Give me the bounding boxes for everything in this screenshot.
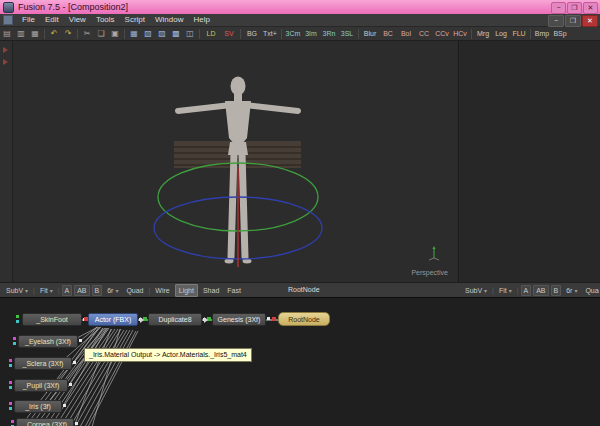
buffer-ab-button-right[interactable]: AB (533, 285, 548, 296)
node-duplicate8[interactable]: Duplicate8 (148, 313, 202, 326)
composition-restore-button[interactable]: ❐ (565, 15, 581, 27)
tool-log-button[interactable]: Log (492, 27, 510, 40)
menu-help[interactable]: Help (188, 14, 214, 26)
quad-button[interactable]: Quad (123, 285, 146, 296)
node-skinfoot[interactable]: _SkinFoot (22, 313, 82, 326)
node-connector-dot[interactable] (9, 381, 12, 384)
scale-dropdown-right[interactable]: 6r ▾ (563, 285, 580, 297)
quad-button-right[interactable]: Quad (582, 285, 599, 296)
view-node-label: RootNode (288, 286, 320, 293)
tool-renderer3d-button[interactable]: 3Rn (320, 27, 338, 40)
tool-colorcurves-button[interactable]: CCv (433, 27, 451, 40)
node-connector-dot[interactable] (9, 386, 12, 389)
viewport-right[interactable] (460, 41, 600, 282)
node-eyelash[interactable]: _Eyelash (3Xf) (18, 335, 78, 348)
layout-2-icon[interactable]: ▧ (141, 27, 155, 40)
window-restore-button[interactable]: ❐ (567, 2, 582, 14)
layout-3-icon[interactable]: ▨ (155, 27, 169, 40)
paste-icon[interactable]: ▣ (108, 27, 122, 40)
copy-icon[interactable]: ❏ (94, 27, 108, 40)
rail-arrow-icon[interactable] (3, 47, 8, 53)
window-minimize-button[interactable]: − (551, 2, 566, 14)
window-close-button[interactable]: ✕ (583, 2, 598, 14)
toolbar-separator (44, 29, 45, 39)
node-cornea[interactable]: _Cornea (3Xf) (16, 418, 74, 426)
node-connector-dot[interactable] (9, 402, 12, 405)
fit-dropdown-right[interactable]: Fit ▾ (496, 285, 515, 297)
fit-dropdown[interactable]: Fit ▾ (37, 285, 56, 297)
undo-icon[interactable]: ↶ (47, 27, 61, 40)
node-connector-dot[interactable] (16, 315, 19, 318)
tool-spotlight3d-button[interactable]: 3SL (338, 27, 356, 40)
buffer-b-button[interactable]: B (92, 285, 103, 296)
save-comp-icon[interactable]: ▦ (28, 27, 42, 40)
node-connector-dot[interactable] (63, 404, 66, 407)
node-connector-dot[interactable] (272, 317, 276, 321)
node-connector-dot[interactable] (9, 364, 12, 367)
node-sclera[interactable]: _Sclera (3Xf) (14, 357, 72, 370)
subv-dropdown[interactable]: SubV ▾ (3, 285, 31, 297)
node-connector-dot[interactable] (16, 320, 19, 323)
node-connector-dot[interactable] (75, 422, 78, 425)
node-connector-dot[interactable] (13, 342, 16, 345)
composition-close-button[interactable]: ✕ (582, 15, 598, 27)
tool-camera3d-button[interactable]: 3Cm (284, 27, 302, 40)
composition-minimize-button[interactable]: − (548, 15, 564, 27)
viewport-perspective-label[interactable]: Perspective (411, 269, 448, 276)
node-connector-dot[interactable] (69, 383, 72, 386)
buffer-a-button[interactable]: A (62, 285, 73, 296)
layout-1-icon[interactable]: ▦ (127, 27, 141, 40)
menu-tools[interactable]: Tools (91, 14, 120, 26)
tool-colorcorrector-button[interactable]: CC (415, 27, 433, 40)
menu-edit[interactable]: Edit (40, 14, 64, 26)
viewport-3d[interactable]: Perspective (14, 41, 459, 282)
node-actor[interactable]: Actor (FBX) (88, 313, 138, 326)
node-connector-dot[interactable] (267, 317, 270, 320)
rail-arrow-icon[interactable] (3, 59, 8, 65)
buffer-ab-button[interactable]: AB (74, 285, 89, 296)
node-connector-dot[interactable] (9, 407, 12, 410)
scale-dropdown[interactable]: 6r ▾ (104, 285, 121, 297)
tool-loader-button[interactable]: LD (202, 27, 220, 40)
buffer-a-button-right[interactable]: A (521, 285, 532, 296)
node-iris[interactable]: _Iris (3f) (14, 400, 62, 413)
tool-bumpmap-button[interactable]: Bmp (533, 27, 551, 40)
tool-brightcontrast-button[interactable]: BC (379, 27, 397, 40)
menu-file[interactable]: File (17, 14, 40, 26)
open-comp-icon[interactable]: ▥ (14, 27, 28, 40)
node-pupil[interactable]: _Pupil (3Xf) (14, 379, 68, 392)
node-connector-dot[interactable] (73, 361, 76, 364)
node-rootnode[interactable]: RootNode (278, 312, 330, 326)
new-comp-icon[interactable]: ▤ (0, 27, 14, 40)
node-connector-dot[interactable] (84, 317, 88, 321)
menu-script[interactable]: Script (120, 14, 150, 26)
tool-bol-button[interactable]: Bol (397, 27, 415, 40)
layout-4-icon[interactable]: ▩ (169, 27, 183, 40)
node-connector-dot[interactable] (9, 359, 12, 362)
tool-huecurves-button[interactable]: HCv (451, 27, 469, 40)
menu-window[interactable]: Window (150, 14, 188, 26)
shad-button[interactable]: Shad (200, 285, 222, 296)
node-genesis[interactable]: Genesis (3Xf) (212, 313, 266, 326)
redo-icon[interactable]: ↷ (61, 27, 75, 40)
flow-area[interactable]: _SkinFoot Actor (FBX) Duplicate8 Genesis… (0, 297, 600, 426)
tool-blur-button[interactable]: Blur (361, 27, 379, 40)
node-connector-dot[interactable] (11, 420, 14, 423)
tool-flu-button[interactable]: FLU (510, 27, 528, 40)
menu-view[interactable]: View (64, 14, 91, 26)
tool-imageplane3d-button[interactable]: 3Im (302, 27, 320, 40)
layout-5-icon[interactable]: ◫ (183, 27, 197, 40)
tool-merge-button[interactable]: Mrg (474, 27, 492, 40)
tool-text-button[interactable]: Txt+ (261, 27, 279, 40)
light-button[interactable]: Light (175, 284, 198, 297)
node-connector-dot[interactable] (79, 339, 82, 342)
subv-dropdown-right[interactable]: SubV ▾ (462, 285, 490, 297)
tool-background-button[interactable]: BG (243, 27, 261, 40)
cut-icon[interactable]: ✂ (80, 27, 94, 40)
buffer-b-button-right[interactable]: B (551, 285, 562, 296)
tool-bspline-button[interactable]: BSp (551, 27, 569, 40)
wire-button[interactable]: Wire (152, 285, 172, 296)
node-connector-dot[interactable] (13, 337, 16, 340)
fast-button[interactable]: Fast (224, 285, 244, 296)
tool-saver-button[interactable]: SV (220, 27, 238, 40)
